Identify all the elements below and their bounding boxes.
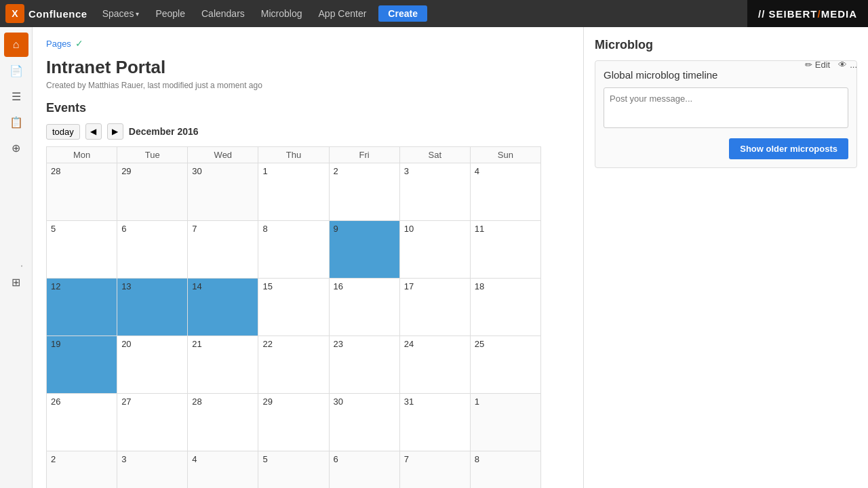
calendar-day[interactable]: 7 [188,221,258,279]
calendar-day[interactable]: 20 [117,336,188,394]
calendar-day[interactable]: 21 [188,336,258,394]
calendar-today-button[interactable]: today [46,124,80,140]
cal-day-of-week-sun: Sun [470,147,540,163]
calendar-day[interactable]: 6 [117,221,188,279]
calendar-day[interactable]: 4 [188,451,258,489]
calendar-day[interactable]: 25 [470,336,540,394]
calendar-day[interactable]: 17 [399,279,470,336]
sidebar-search-icon[interactable]: ⊕ [4,136,28,160]
create-button[interactable]: Create [378,5,427,22]
sidebar-docs-icon[interactable]: 📋 [4,110,28,134]
calendar-day[interactable]: 14 [188,279,258,336]
sidebar-pages-icon[interactable]: 📄 [4,58,28,83]
calendar-day[interactable]: 30 [329,394,399,451]
calendar-day[interactable]: 1 [470,394,540,451]
confluence-logo-x: X [5,4,24,23]
microblog-section-title: Microblog [595,38,857,52]
calendar-controls: today ◀ ▶ December 2016 [46,123,570,140]
eye-icon: 👁 [838,60,847,70]
nav-item-spaces[interactable]: Spaces ▾ [96,0,146,27]
nav-item-microblog[interactable]: Microblog [254,0,309,27]
calendar-day[interactable]: 5 [258,451,329,489]
calendar-body: 2829301234567891011121314151617181920212… [47,163,541,489]
calendar-day[interactable]: 13 [117,279,188,336]
calendar-week-row: 2829301234 [47,163,541,221]
calendar-next-button[interactable]: ▶ [107,123,123,140]
calendar-day[interactable]: 16 [329,279,399,336]
calendar-day[interactable]: 28 [47,163,117,221]
content-area: Pages ✓ ✏ Edit 👁 ... Intranet Portal Cre… [33,27,583,488]
left-sidebar: ⌂ 📄 ☰ 📋 ⊕ ⊞ ··· [0,27,33,488]
calendar-day[interactable]: 5 [47,221,117,279]
calendar-week-row: 2627282930311 [47,394,541,451]
calendar-day[interactable]: 9 [329,221,399,279]
watch-button[interactable]: 👁 ... [838,60,857,70]
calendar-day[interactable]: 15 [258,279,329,336]
logo[interactable]: X Confluence [5,4,87,23]
brand-text: // SEIBERT/MEDIA [758,8,857,20]
top-navigation: X Confluence Spaces ▾ People Calendars M… [0,0,868,27]
cal-day-of-week-sat: Sat [399,147,470,163]
calendar-week-row: 567891011 [47,221,541,279]
breadcrumb: Pages ✓ [46,38,570,49]
sidebar-apps-icon[interactable]: ⊞ [4,270,28,294]
calendar-day[interactable]: 29 [117,163,188,221]
sidebar-feed-icon[interactable]: ☰ [4,84,28,108]
chevron-down-icon: ▾ [136,10,139,18]
microblog-box: Global microblog timeline Show older mic… [595,60,857,168]
calendar-day[interactable]: 18 [470,279,540,336]
calendar-day[interactable]: 19 [47,336,117,394]
calendar-day[interactable]: 2 [329,163,399,221]
cal-day-of-week-mon: Mon [47,147,117,163]
breadcrumb-pages-link[interactable]: Pages [46,39,71,49]
show-older-microposts-button[interactable]: Show older microposts [729,138,848,159]
edit-icon: ✏ [805,60,812,70]
calendar-day[interactable]: 11 [470,221,540,279]
calendar-day[interactable]: 3 [117,451,188,489]
sidebar-home-icon[interactable]: ⌂ [4,33,28,57]
breadcrumb-check-icon: ✓ [75,38,83,49]
top-right-actions: ✏ Edit 👁 ... [805,60,857,70]
calendar-header-row: MonTueWedThuFriSatSun [47,147,541,163]
calendar-day[interactable]: 2 [47,451,117,489]
calendar-day[interactable]: 8 [258,221,329,279]
calendar-day[interactable]: 24 [399,336,470,394]
calendar-day[interactable]: 26 [47,394,117,451]
calendar-day[interactable]: 8 [470,451,540,489]
main-content: Pages ✓ ✏ Edit 👁 ... Intranet Portal Cre… [33,27,868,488]
calendar-week-row: 19202122232425 [47,336,541,394]
calendar-day[interactable]: 23 [329,336,399,394]
page-meta: Created by Matthias Rauer, last modified… [46,81,570,90]
nav-item-app-center[interactable]: App Center [312,0,374,27]
calendar-day[interactable]: 27 [117,394,188,451]
calendar-day[interactable]: 10 [399,221,470,279]
calendar-day[interactable]: 31 [399,394,470,451]
calendar-day[interactable]: 22 [258,336,329,394]
cal-day-of-week-thu: Thu [258,147,329,163]
cal-day-of-week-fri: Fri [329,147,399,163]
microblog-input[interactable] [604,87,848,128]
calendar-week-row: 2345678 [47,451,541,489]
calendar-day[interactable]: 1 [258,163,329,221]
edit-button[interactable]: ✏ Edit [805,60,830,70]
nav-item-calendars[interactable]: Calendars [195,0,252,27]
calendar-day[interactable]: 29 [258,394,329,451]
calendar-grid: MonTueWedThuFriSatSun 282930123456789101… [46,146,541,488]
calendar-day[interactable]: 12 [47,279,117,336]
calendar-day[interactable]: 7 [399,451,470,489]
seibert-media-brand: // SEIBERT/MEDIA [747,0,868,27]
calendar-day[interactable]: 6 [329,451,399,489]
microblog-box-title: Global microblog timeline [604,69,848,81]
page-title: Intranet Portal [46,57,570,78]
calendar-week-row: 12131415161718 [47,279,541,336]
calendar-day[interactable]: 30 [188,163,258,221]
confluence-logo-text: Confluence [28,8,87,20]
microblog-sidebar: Microblog Global microblog timeline Show… [583,27,868,488]
cal-day-of-week-wed: Wed [188,147,258,163]
calendar-prev-button[interactable]: ◀ [85,123,102,140]
nav-item-people[interactable]: People [149,0,192,27]
calendar-day[interactable]: 4 [470,163,540,221]
cal-day-of-week-tue: Tue [117,147,188,163]
calendar-day[interactable]: 28 [188,394,258,451]
calendar-day[interactable]: 3 [399,163,470,221]
